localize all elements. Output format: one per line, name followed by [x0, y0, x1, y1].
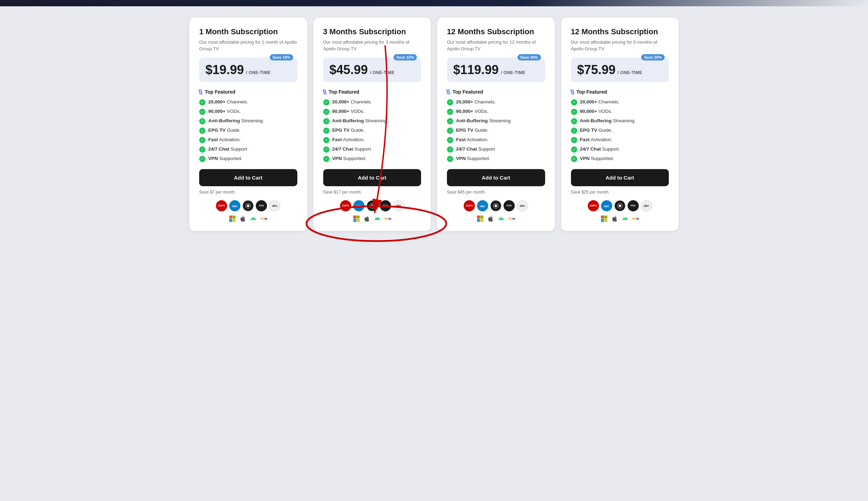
card-3month-features-header: Top Featured: [323, 89, 421, 95]
list-item: ✓EPG TV Guide.: [571, 127, 669, 134]
fox-logo: FOX: [256, 200, 267, 211]
list-item: ✓24/7 Chat Support.: [571, 146, 669, 153]
check-icon: ✓: [571, 146, 577, 153]
cbs-logo: [614, 200, 625, 211]
list-item: ✓24/7 Chat Support.: [447, 146, 545, 153]
card-1month-features-title: Top Featured: [205, 89, 236, 95]
card-1month-save-badge: Save 10%: [270, 54, 293, 60]
svg-rect-13: [356, 216, 360, 219]
card-1month-price: $19.99: [205, 63, 244, 77]
list-item: ✓Fast Activation.: [323, 137, 421, 143]
svg-rect-20: [477, 216, 480, 219]
network-row: ESPN NBC FOX abc: [464, 200, 528, 211]
card-3month-features-list: ✓20,000+ Channels. ✓90,000+ VODs. ✓Anti-…: [323, 99, 421, 162]
nbc-logo: NBC: [229, 200, 240, 211]
svg-text:NBC: NBC: [356, 204, 362, 208]
card-12month-b: 12 Months Subscription Our most affordab…: [561, 17, 679, 231]
firetv-icon: firetv: [632, 215, 639, 223]
check-icon: ✓: [199, 156, 205, 162]
check-icon: ✓: [447, 128, 453, 134]
android-icon: [621, 215, 629, 223]
svg-rect-21: [480, 216, 484, 219]
card-12month-b-features-header: Top Featured: [571, 89, 669, 95]
card-1month-description: Our most affordable pricing for 1 month …: [199, 39, 297, 52]
check-icon: ✓: [447, 137, 453, 143]
card-12month-b-price: $75.99: [577, 63, 616, 77]
check-icon: ✓: [571, 137, 577, 143]
svg-rect-15: [356, 219, 360, 222]
check-icon: ✓: [571, 118, 577, 124]
features-icon: [447, 89, 450, 95]
check-icon: ✓: [323, 146, 330, 153]
svg-text:NBC: NBC: [604, 204, 609, 208]
svg-text:NBC: NBC: [232, 204, 238, 208]
espn-logo: ESPN: [588, 200, 599, 211]
apple-icon: [611, 215, 619, 223]
fox-logo: FOX: [504, 200, 515, 211]
svg-point-19: [495, 204, 497, 207]
espn-logo: ESPN: [340, 200, 351, 211]
features-icon: [571, 89, 574, 95]
add-to-cart-button-12month[interactable]: Add to Cart: [447, 169, 545, 186]
check-icon: ✓: [199, 137, 205, 143]
list-item: ✓20,000+ Channels.: [323, 99, 421, 106]
cbs-logo: [367, 200, 378, 211]
card-12month-features-header: Top Featured: [447, 89, 545, 95]
list-item: ✓90,000+ VODs.: [323, 108, 421, 115]
card-1month-price-box: $19.99 / ONE-TIME Save 10%: [199, 58, 297, 82]
list-item: ✓90,000+ VODs.: [199, 108, 297, 115]
check-icon: ✓: [199, 146, 205, 153]
firetv-icon: firetv: [384, 215, 392, 223]
firetv-icon: firetv: [260, 215, 268, 223]
check-icon: ✓: [571, 99, 577, 106]
list-item: ✓EPG TV Guide.: [447, 127, 545, 134]
windows-icon: [353, 215, 360, 223]
cbs-logo: [243, 200, 254, 211]
cbs-logo: [490, 200, 501, 211]
card-12month-period: / ONE-TIME: [501, 70, 525, 75]
card-3month-price-box: $45.99 / ONE-TIME Save 15%: [323, 58, 421, 82]
card-12month-features-title: Top Featured: [453, 89, 483, 95]
apple-icon: [363, 215, 371, 223]
svg-rect-23: [480, 219, 484, 222]
card-3month-title: 3 Months Subscription: [323, 27, 421, 36]
svg-point-27: [619, 204, 621, 207]
list-item: ✓Fast Activation.: [447, 137, 545, 143]
check-icon: ✓: [199, 99, 205, 106]
card-12month-price-box: $119.99 / ONE-TIME Save 30%: [447, 58, 545, 82]
list-item: ✓20,000+ Channels.: [447, 99, 545, 106]
add-to-cart-button-3month[interactable]: Add to Cart: [323, 169, 421, 186]
card-3month-description: Our most affordable pricing for 3 months…: [323, 39, 421, 52]
top-bar: [0, 0, 868, 6]
list-item: ✓VPN Supported.: [199, 155, 297, 162]
card-1month-save-text: Save $7 per month.: [199, 190, 297, 195]
card-12month: 12 Months Subscription Our most affordab…: [437, 17, 555, 231]
list-item: ✓VPN Supported.: [447, 155, 545, 162]
apple-icon: [487, 215, 494, 223]
check-icon: ✓: [571, 109, 577, 115]
check-icon: ✓: [323, 109, 330, 115]
svg-rect-12: [353, 216, 356, 219]
card-1month: 1 Month Subscription Our most affordable…: [189, 17, 307, 231]
abc-logo: abc: [269, 200, 280, 211]
platform-row: firetv: [600, 215, 639, 223]
list-item: ✓20,000+ Channels.: [571, 99, 669, 106]
svg-rect-5: [233, 216, 236, 219]
add-to-cart-button-12month-b[interactable]: Add to Cart: [571, 169, 669, 186]
check-icon: ✓: [447, 109, 453, 115]
card-3month: 3 Months Subscription Our most affordabl…: [313, 17, 431, 231]
card-12month-network-logos: ESPN NBC FOX abc f: [447, 200, 545, 223]
network-row: ESPN NBC FOX abc: [216, 200, 280, 211]
check-icon: ✓: [447, 118, 453, 124]
check-icon: ✓: [571, 156, 577, 162]
check-icon: ✓: [199, 118, 205, 124]
check-icon: ✓: [447, 156, 453, 162]
check-icon: ✓: [323, 99, 330, 106]
add-to-cart-button-1month[interactable]: Add to Cart: [199, 169, 297, 186]
card-12month-b-features-title: Top Featured: [577, 89, 607, 95]
card-1month-features-header: Top Featured: [199, 89, 297, 95]
card-3month-price: $45.99: [330, 63, 368, 77]
card-1month-network-logos: ESPN NBC FOX abc f: [199, 200, 297, 223]
svg-point-3: [247, 204, 249, 207]
espn-logo: ESPN: [216, 200, 227, 211]
